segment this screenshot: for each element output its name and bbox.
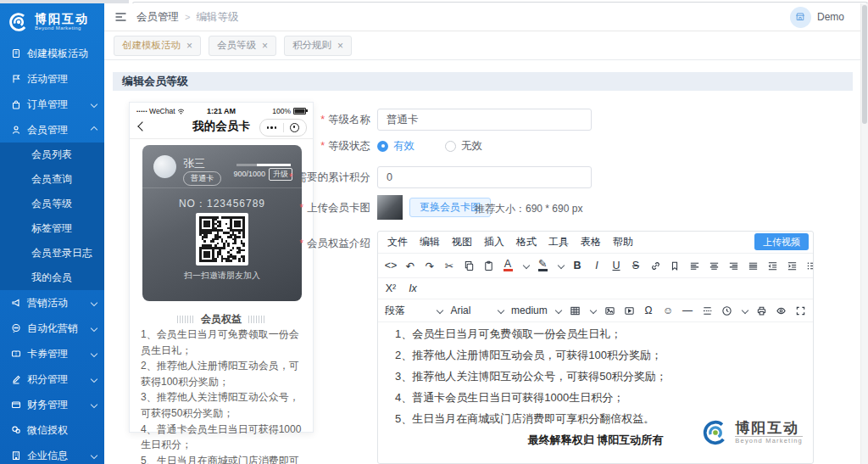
chat-dots-icon: [11, 323, 21, 333]
menu-file[interactable]: 文件: [381, 235, 414, 249]
sidebar-item-points[interactable]: 积分管理: [0, 366, 104, 392]
link-icon[interactable]: [649, 257, 661, 274]
sidebar-item-member-list[interactable]: 会员列表: [0, 143, 104, 167]
benefit-item: 2、推荐他人注册博阳互动会员，可获得100积分奖励；: [141, 358, 303, 389]
menu-edit[interactable]: 编辑: [414, 235, 446, 249]
page-scrollbar[interactable]: [860, 3, 868, 464]
wifi-icon: [177, 109, 185, 115]
account-name[interactable]: Demo: [817, 11, 844, 23]
bold-icon[interactable]: B: [571, 257, 583, 274]
sidebar-item-login-log[interactable]: 会员登录日志: [0, 241, 104, 266]
menu-tools[interactable]: 工具: [542, 235, 575, 249]
radio-valid[interactable]: 有效: [377, 139, 415, 154]
font-size-select[interactable]: medium: [511, 305, 561, 316]
clear-formatting-icon[interactable]: Ix: [407, 280, 419, 297]
bullet-list-icon[interactable]: [805, 257, 814, 274]
insert-datetime-icon[interactable]: [721, 302, 732, 319]
points-required-input[interactable]: [377, 166, 592, 188]
image-icon[interactable]: [604, 302, 615, 319]
sidebar-item-my-members[interactable]: 我的会员: [0, 266, 104, 290]
cut-icon[interactable]: ✂: [443, 257, 455, 274]
chevron-down-icon: [91, 376, 97, 383]
card-image-thumbnail[interactable]: [377, 195, 403, 220]
sidebar-item-finance[interactable]: 财务管理: [0, 392, 104, 417]
undo-icon[interactable]: ↶: [404, 257, 416, 274]
sidebar-item-marketing[interactable]: 营销活动: [0, 290, 104, 316]
media-icon[interactable]: [623, 302, 635, 319]
page-break-icon[interactable]: [701, 302, 713, 319]
horizontal-rule-icon[interactable]: —: [682, 302, 693, 319]
sidebar-item-orders[interactable]: 订单管理: [0, 92, 104, 117]
align-left-icon[interactable]: [688, 257, 700, 274]
close-icon[interactable]: ×: [337, 40, 343, 52]
menu-table[interactable]: 表格: [575, 235, 607, 249]
copy-icon[interactable]: [463, 257, 475, 274]
paragraph-style-select[interactable]: 段落: [385, 304, 442, 318]
sidebar-item-company-info[interactable]: 企业信息: [0, 443, 104, 464]
sidebar-item-member-level[interactable]: 会员等级: [0, 192, 104, 216]
sidebar-item-create-template[interactable]: 创建模板活动: [0, 41, 104, 66]
breadcrumb-parent[interactable]: 会员管理: [136, 10, 179, 25]
chevron-down-icon[interactable]: [558, 262, 565, 269]
chevron-down-icon: [91, 350, 97, 357]
menu-format[interactable]: 格式: [510, 235, 542, 249]
superscript-icon[interactable]: X²: [385, 280, 397, 297]
page-title: 编辑会员等级: [113, 72, 853, 91]
menu-insert[interactable]: 插入: [478, 235, 510, 249]
upload-video-button[interactable]: 上传视频: [754, 233, 809, 250]
underline-icon[interactable]: U: [610, 257, 622, 274]
editor-content[interactable]: 1、会员生日当月可免费领取一份会员生日礼；2、推荐他人注册博阳互动会员，可获得1…: [378, 320, 813, 463]
print-icon[interactable]: [755, 302, 767, 319]
align-center-icon[interactable]: [708, 257, 720, 274]
align-right-icon[interactable]: [727, 257, 739, 274]
radio-on-icon: [377, 141, 388, 152]
brand-title: 博阳互动: [35, 13, 89, 25]
sidebar-item-wechat-auth[interactable]: 微信授权: [0, 417, 104, 443]
strikethrough-icon[interactable]: S: [630, 257, 642, 274]
carrier-label: WeChat: [149, 107, 175, 115]
sidebar-item-tag-management[interactable]: 标签管理: [0, 216, 104, 241]
scrollbar-thumb[interactable]: [862, 5, 867, 124]
close-icon[interactable]: ×: [262, 40, 268, 52]
upload-size-hint: 推荐大小：690 * 690 px: [475, 202, 582, 216]
italic-icon[interactable]: I: [591, 257, 603, 274]
indent-icon[interactable]: [786, 257, 798, 274]
member-icon: [11, 125, 21, 135]
special-character-icon[interactable]: Ω: [643, 302, 654, 319]
paste-icon[interactable]: [482, 257, 494, 274]
document-icon: [11, 48, 21, 59]
align-justify-icon[interactable]: [747, 257, 759, 274]
emoji-icon[interactable]: ☺: [662, 302, 674, 319]
sidebar-item-automation[interactable]: 自动化营销: [0, 316, 104, 341]
sidebar-item-coupons[interactable]: 卡券管理: [0, 341, 104, 366]
text-color-icon[interactable]: A: [502, 257, 514, 274]
menu-view[interactable]: 视图: [446, 235, 478, 249]
bookmark-icon[interactable]: [669, 257, 681, 274]
tab-create-template[interactable]: 创建模板活动 ×: [114, 36, 201, 56]
radio-invalid[interactable]: 无效: [445, 139, 482, 154]
sidebar-item-label: 会员管理: [27, 123, 68, 137]
chevron-down-icon[interactable]: [523, 262, 530, 269]
chevron-down-icon[interactable]: [742, 307, 748, 314]
font-family-select[interactable]: Arial: [450, 305, 504, 316]
chevron-down-icon: [91, 299, 97, 306]
chevron-down-icon[interactable]: [590, 307, 597, 314]
level-name-input[interactable]: [377, 109, 592, 131]
close-icon[interactable]: ×: [186, 40, 192, 52]
sidebar-item-activity[interactable]: 活动管理: [0, 66, 104, 92]
highlight-color-icon[interactable]: ✎: [537, 257, 548, 274]
table-icon[interactable]: [569, 302, 581, 319]
sidebar-item-member-query[interactable]: 会员查询: [0, 167, 104, 192]
redo-icon[interactable]: ↷: [424, 257, 436, 274]
source-code-icon[interactable]: <>: [385, 257, 397, 274]
menu-help[interactable]: 帮助: [607, 235, 639, 249]
sidebar-collapse-icon[interactable]: [114, 11, 127, 23]
sidebar-item-members[interactable]: 会员管理: [0, 117, 104, 143]
tab-points-rule[interactable]: 积分规则 ×: [284, 36, 352, 56]
tab-member-level[interactable]: 会员等级 ×: [209, 36, 276, 56]
signal-dots-icon: •••••: [136, 109, 147, 114]
fullscreen-icon[interactable]: [794, 302, 806, 319]
account-avatar[interactable]: [790, 7, 811, 28]
preview-icon[interactable]: [775, 302, 787, 319]
outdent-icon[interactable]: [766, 257, 778, 274]
